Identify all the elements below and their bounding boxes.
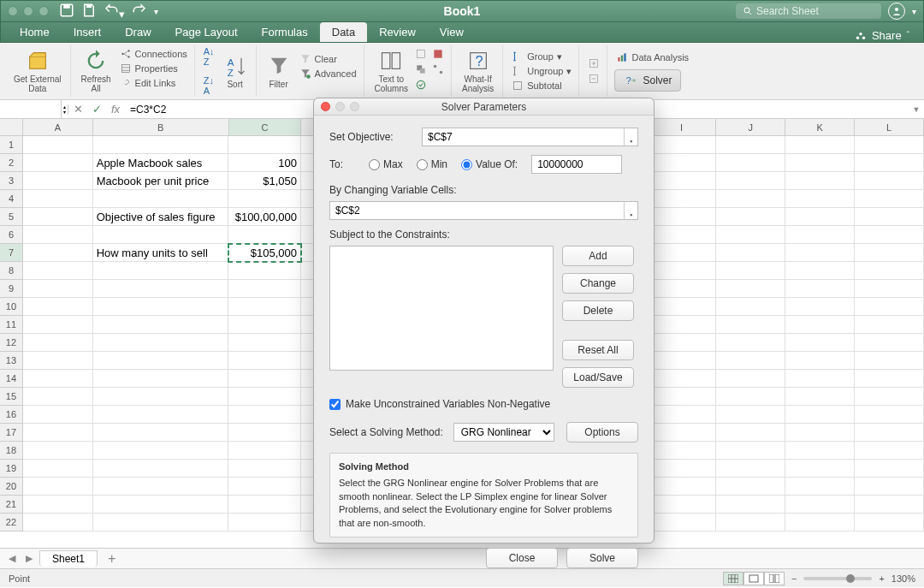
cell[interactable] [23,460,93,478]
row-header[interactable]: 5 [0,208,23,226]
col-header-l[interactable]: L [855,119,924,135]
tab-home[interactable]: Home [8,22,62,42]
cell[interactable] [716,442,785,460]
cell[interactable] [228,406,301,424]
cell[interactable] [93,406,229,424]
normal-view-button[interactable] [723,572,743,585]
value-of-radio[interactable]: Value Of: [461,158,518,170]
min-radio[interactable]: Min [417,158,447,170]
row-header[interactable]: 8 [0,262,23,280]
cell[interactable] [855,514,924,532]
cancel-formula-icon[interactable]: ✕ [68,103,87,116]
cell[interactable] [228,514,301,532]
tab-view[interactable]: View [428,22,476,42]
relationships-icon[interactable] [430,62,446,76]
save-icon[interactable] [81,3,97,21]
cell[interactable] [785,406,855,424]
cell[interactable] [23,136,93,154]
change-constraint-button[interactable]: Change [562,273,634,294]
col-header-a[interactable]: A [23,119,93,135]
cell[interactable] [647,370,716,388]
ungroup-button[interactable]: Ungroup ▾ [510,64,573,78]
cell[interactable] [785,154,855,172]
cell[interactable] [93,190,229,208]
cell[interactable] [23,208,93,226]
by-changing-range-icon[interactable]: ▪ [624,202,637,219]
cell[interactable] [23,442,93,460]
cell[interactable] [647,208,716,226]
cell[interactable] [785,514,855,532]
cell[interactable] [228,352,301,370]
cell[interactable] [647,496,716,514]
autosave-icon[interactable] [59,3,74,21]
cell[interactable]: $100,00,000 [228,208,301,226]
refresh-all-button[interactable]: Refresh All [78,47,115,95]
cell[interactable] [93,262,229,280]
dialog-titlebar[interactable]: Solver Parameters [314,98,654,116]
cell[interactable] [855,478,924,496]
data-analysis-button[interactable]: Data Analysis [614,50,690,64]
close-button[interactable]: Close [486,548,558,568]
cell[interactable] [785,496,855,514]
cell[interactable]: How many units to sell [93,244,229,262]
sort-button[interactable]: AZ Sort [220,52,251,91]
cell[interactable] [93,136,229,154]
cell[interactable] [785,298,855,316]
cell[interactable] [647,136,716,154]
cell[interactable] [716,460,785,478]
cell[interactable] [855,316,924,334]
cell[interactable] [855,352,924,370]
cell[interactable] [785,244,855,262]
cell[interactable] [855,172,924,190]
cell[interactable] [23,406,93,424]
cell[interactable] [647,298,716,316]
cell[interactable] [228,370,301,388]
cell[interactable] [785,442,855,460]
flash-fill-icon[interactable] [413,47,429,61]
cell[interactable] [93,460,229,478]
page-layout-view-button[interactable] [743,572,764,585]
cell[interactable] [855,298,924,316]
solver-button[interactable]: ?Solver [614,69,681,92]
cell[interactable] [93,370,229,388]
cell[interactable] [23,316,93,334]
enter-formula-icon[interactable]: ✓ [87,103,106,116]
tab-draw[interactable]: Draw [113,22,163,42]
cell[interactable] [23,154,93,172]
cell[interactable] [716,136,785,154]
cell[interactable] [93,442,229,460]
dialog-close-icon[interactable] [321,102,330,111]
solving-method-select[interactable]: GRG Nonlinear [453,423,554,442]
cell[interactable] [23,334,93,352]
cell[interactable]: Macbook per unit price [93,172,229,190]
row-header[interactable]: 7 [0,244,23,262]
cell[interactable] [647,424,716,442]
cell[interactable] [228,388,301,406]
share-button[interactable]: Share [872,29,902,42]
cell[interactable] [855,190,924,208]
options-button[interactable]: Options [566,422,638,442]
solve-button[interactable]: Solve [566,548,638,568]
nonneg-checkbox[interactable]: Make Unconstrained Variables Non-Negativ… [329,398,638,410]
cell[interactable]: Apple Macbook sales [93,154,229,172]
cell[interactable] [23,226,93,244]
cell[interactable] [93,424,229,442]
sheet-tab-sheet1[interactable]: Sheet1 [39,550,98,567]
cell[interactable] [855,244,924,262]
cell[interactable] [855,334,924,352]
max-radio[interactable]: Max [369,158,403,170]
cell[interactable] [23,298,93,316]
reset-all-button[interactable]: Reset All [562,340,634,360]
add-constraint-button[interactable]: Add [562,246,634,266]
edit-links-button[interactable]: Edit Links [118,76,189,90]
cell[interactable]: Objective of sales figure [93,208,229,226]
cell[interactable] [23,280,93,298]
get-external-data-button[interactable]: Get External Data [10,47,65,95]
subtotal-button[interactable]: Subtotal [510,79,573,92]
cell[interactable] [716,244,785,262]
cell[interactable] [716,424,785,442]
cell[interactable] [716,208,785,226]
cell[interactable] [716,226,785,244]
cell[interactable] [647,478,716,496]
row-header[interactable]: 14 [0,370,23,388]
